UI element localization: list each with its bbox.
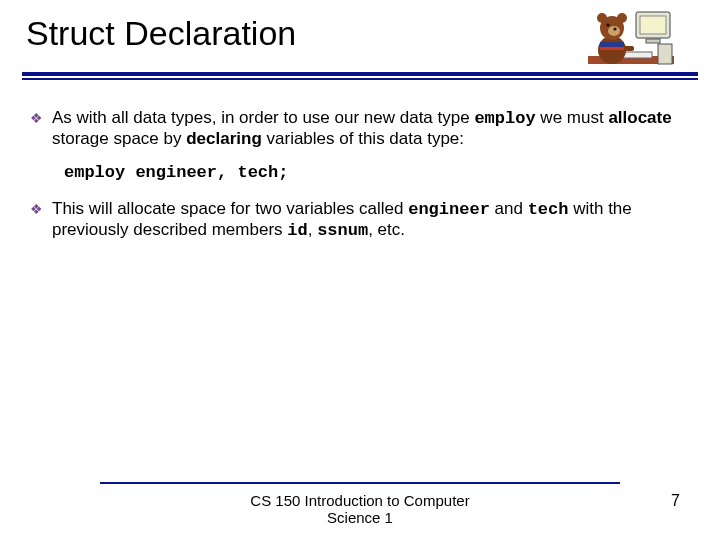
clipart-bear-computer-icon (588, 6, 674, 84)
code-line: employ engineer, tech; (64, 163, 690, 183)
slide-body: ❖ As with all data types, in order to us… (30, 108, 690, 255)
svg-point-10 (608, 26, 620, 36)
svg-point-11 (613, 27, 616, 30)
bold-run: allocate (608, 108, 671, 127)
svg-rect-4 (658, 44, 672, 64)
svg-point-9 (617, 13, 627, 23)
bullet-text: This will allocate space for two variabl… (52, 199, 690, 241)
code-run: employ (474, 109, 535, 128)
svg-rect-5 (622, 52, 652, 58)
bullet-item: ❖ This will allocate space for two varia… (30, 199, 690, 241)
bullet-text: As with all data types, in order to use … (52, 108, 690, 149)
code-run: ssnum (317, 221, 368, 240)
bold-run: declaring (186, 129, 262, 148)
text-run: As with all data types, in order to use … (52, 108, 474, 127)
text-run: variables of this data type: (262, 129, 464, 148)
footer-line: CS 150 Introduction to Computer (0, 492, 720, 509)
text-run: This will allocate space for two variabl… (52, 199, 408, 218)
svg-rect-15 (600, 47, 624, 50)
svg-rect-2 (646, 39, 660, 43)
footer-line: Science 1 (0, 509, 720, 526)
text-run: , etc. (368, 220, 405, 239)
footer-rule (100, 482, 620, 484)
footer-text: CS 150 Introduction to Computer Science … (0, 492, 720, 527)
bullet-item: ❖ As with all data types, in order to us… (30, 108, 690, 149)
svg-rect-1 (640, 16, 666, 34)
slide: Struct Declaration (0, 0, 720, 540)
code-run: engineer (408, 200, 490, 219)
bullet-glyph-icon: ❖ (30, 199, 52, 241)
svg-point-8 (597, 13, 607, 23)
code-run: id (287, 221, 307, 240)
bullet-glyph-icon: ❖ (30, 108, 52, 149)
code-run: tech (528, 200, 569, 219)
svg-rect-14 (600, 42, 624, 47)
text-run: we must (536, 108, 609, 127)
svg-point-12 (606, 23, 609, 26)
text-run: , (308, 220, 317, 239)
page-number: 7 (671, 492, 680, 510)
text-run: storage space by (52, 129, 186, 148)
text-run: and (490, 199, 528, 218)
